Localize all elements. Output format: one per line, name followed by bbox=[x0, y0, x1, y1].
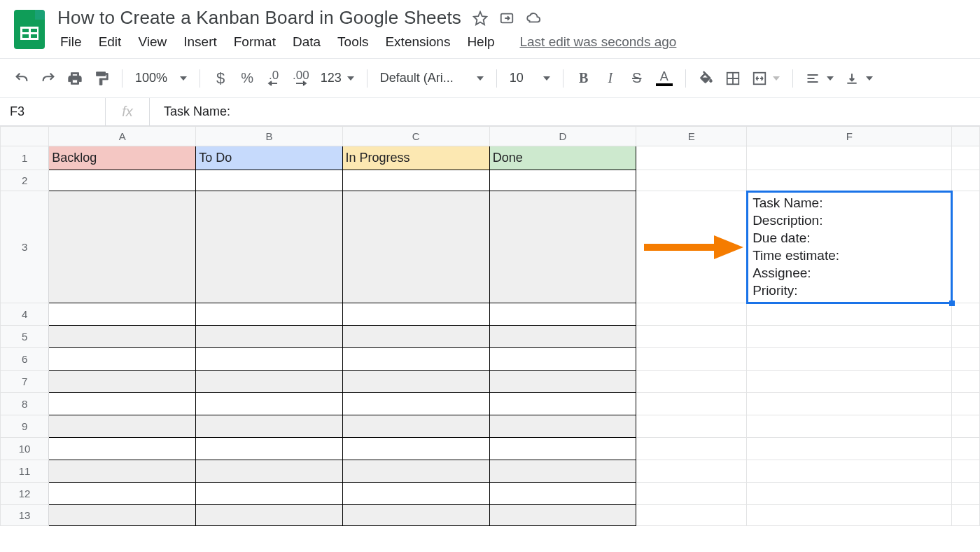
cell-C1[interactable]: In Progress bbox=[342, 146, 489, 170]
horizontal-align-dropdown[interactable] bbox=[802, 67, 838, 90]
row-header[interactable]: 7 bbox=[1, 371, 49, 393]
cell[interactable] bbox=[952, 438, 980, 460]
increase-decimal-button[interactable]: .00 bbox=[288, 67, 314, 90]
cell-B1[interactable]: To Do bbox=[196, 146, 342, 170]
cell-C6[interactable] bbox=[342, 348, 489, 371]
col-header-F[interactable]: F bbox=[747, 127, 952, 146]
cell-D6[interactable] bbox=[489, 348, 636, 371]
format-percent-button[interactable]: % bbox=[235, 67, 259, 90]
cell-D2[interactable] bbox=[489, 170, 636, 191]
paint-format-button[interactable] bbox=[90, 67, 113, 90]
cell-A8[interactable] bbox=[49, 393, 196, 415]
cell-D9[interactable] bbox=[489, 415, 636, 438]
number-format-dropdown[interactable]: 123 bbox=[316, 67, 358, 90]
cell-A10[interactable] bbox=[49, 438, 196, 460]
cell-B10[interactable] bbox=[196, 438, 342, 460]
cell-A5[interactable] bbox=[49, 326, 196, 348]
row-header[interactable]: 10 bbox=[1, 438, 49, 460]
italic-button[interactable]: I bbox=[598, 67, 622, 90]
cell[interactable] bbox=[747, 303, 952, 326]
col-header-B[interactable]: B bbox=[196, 127, 342, 146]
print-button[interactable] bbox=[63, 67, 87, 90]
cell-A4[interactable] bbox=[49, 303, 196, 326]
name-box[interactable]: F3 bbox=[0, 104, 105, 119]
row-header[interactable]: 11 bbox=[1, 460, 49, 483]
cell[interactable] bbox=[952, 303, 980, 326]
cell-D8[interactable] bbox=[489, 393, 636, 415]
move-to-folder-icon[interactable] bbox=[499, 11, 514, 26]
cell[interactable] bbox=[747, 415, 952, 438]
cell-A6[interactable] bbox=[49, 348, 196, 371]
cell[interactable] bbox=[636, 303, 747, 326]
merge-cells-dropdown[interactable] bbox=[748, 67, 784, 90]
cell-D3[interactable] bbox=[489, 191, 636, 303]
cell-C5[interactable] bbox=[342, 326, 489, 348]
cell-C9[interactable] bbox=[342, 415, 489, 438]
cell-C12[interactable] bbox=[342, 483, 489, 505]
row-header[interactable]: 13 bbox=[1, 505, 49, 526]
cell-A13[interactable] bbox=[49, 505, 196, 526]
cell-D4[interactable] bbox=[489, 303, 636, 326]
cell[interactable] bbox=[636, 348, 747, 371]
cell-C3[interactable] bbox=[342, 191, 489, 303]
cell-B5[interactable] bbox=[196, 326, 342, 348]
row-header[interactable]: 5 bbox=[1, 326, 49, 348]
cell-B6[interactable] bbox=[196, 348, 342, 371]
cell-A9[interactable] bbox=[49, 415, 196, 438]
cell-C8[interactable] bbox=[342, 393, 489, 415]
cell-B4[interactable] bbox=[196, 303, 342, 326]
cell[interactable] bbox=[952, 371, 980, 393]
cell[interactable] bbox=[952, 191, 980, 303]
cell[interactable] bbox=[952, 415, 980, 438]
undo-button[interactable] bbox=[10, 67, 34, 90]
cloud-status-icon[interactable] bbox=[526, 11, 541, 26]
cell-B7[interactable] bbox=[196, 371, 342, 393]
cell[interactable] bbox=[636, 393, 747, 415]
cell-C11[interactable] bbox=[342, 460, 489, 483]
cell-B2[interactable] bbox=[196, 170, 342, 191]
cell-B3[interactable] bbox=[196, 191, 342, 303]
decrease-decimal-button[interactable]: .0 bbox=[262, 67, 286, 90]
menu-format[interactable]: Format bbox=[234, 34, 276, 50]
cell-B12[interactable] bbox=[196, 483, 342, 505]
cell[interactable] bbox=[636, 326, 747, 348]
row-header[interactable]: 6 bbox=[1, 348, 49, 371]
row-header[interactable]: 12 bbox=[1, 483, 49, 505]
col-header-D[interactable]: D bbox=[489, 127, 636, 146]
zoom-dropdown[interactable]: 100% bbox=[131, 67, 191, 90]
font-size-dropdown[interactable]: 10 bbox=[505, 67, 554, 90]
font-family-dropdown[interactable]: Default (Ari... bbox=[376, 67, 488, 90]
row-header[interactable]: 3 bbox=[1, 191, 49, 303]
cell[interactable] bbox=[952, 146, 980, 170]
sheets-logo[interactable] bbox=[11, 7, 48, 52]
text-color-button[interactable]: A bbox=[652, 67, 677, 90]
cell-E2[interactable] bbox=[636, 170, 747, 191]
cell-A1[interactable]: Backlog bbox=[49, 146, 196, 170]
cell-B11[interactable] bbox=[196, 460, 342, 483]
doc-title[interactable]: How to Create a Kanban Board in Google S… bbox=[57, 7, 461, 29]
vertical-align-dropdown[interactable] bbox=[841, 67, 877, 90]
formula-input[interactable]: Task Name: bbox=[150, 104, 230, 119]
bold-button[interactable]: B bbox=[572, 67, 596, 90]
cell[interactable] bbox=[747, 483, 952, 505]
cell-C4[interactable] bbox=[342, 303, 489, 326]
row-header[interactable]: 2 bbox=[1, 170, 49, 191]
cell-D13[interactable] bbox=[489, 505, 636, 526]
cell-A7[interactable] bbox=[49, 371, 196, 393]
menu-file[interactable]: File bbox=[60, 34, 82, 50]
cell[interactable] bbox=[747, 393, 952, 415]
cell[interactable] bbox=[747, 326, 952, 348]
cell-C2[interactable] bbox=[342, 170, 489, 191]
cell-D11[interactable] bbox=[489, 460, 636, 483]
cell-C10[interactable] bbox=[342, 438, 489, 460]
menu-data[interactable]: Data bbox=[293, 34, 321, 50]
cell-E1[interactable] bbox=[636, 146, 747, 170]
selection-fill-handle[interactable] bbox=[949, 301, 955, 306]
row-header[interactable]: 4 bbox=[1, 303, 49, 326]
cell[interactable] bbox=[747, 348, 952, 371]
cell[interactable] bbox=[636, 483, 747, 505]
cell[interactable] bbox=[952, 326, 980, 348]
cell-B9[interactable] bbox=[196, 415, 342, 438]
cell[interactable] bbox=[636, 460, 747, 483]
last-edit-link[interactable]: Last edit was seconds ago bbox=[519, 34, 676, 50]
